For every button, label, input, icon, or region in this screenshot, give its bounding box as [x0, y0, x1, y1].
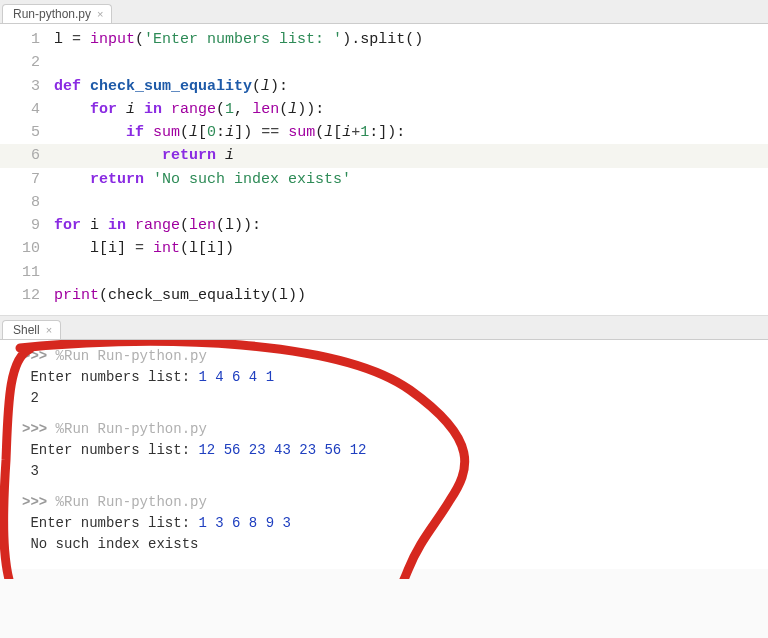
shell-run-cmd: %Run Run-python.py — [56, 348, 207, 364]
shell-prompt: >>> — [22, 494, 56, 510]
shell-output: 2 — [0, 388, 768, 409]
line-number: 9 — [0, 214, 54, 237]
editor-tab-bar: Run-python.py × — [0, 0, 768, 24]
line-number: 1 — [0, 28, 54, 51]
shell-input-value: 1 4 6 4 1 — [198, 369, 274, 385]
code-line: 12 print(check_sum_equality(l)) — [0, 284, 768, 307]
shell-tab-label: Shell — [13, 323, 40, 337]
shell-input-label: Enter numbers list: — [30, 369, 198, 385]
code-line: 5 if sum(l[0:i]) == sum(l[i+1:]): — [0, 121, 768, 144]
line-number: 3 — [0, 75, 54, 98]
code-line: 9 for i in range(len(l)): — [0, 214, 768, 237]
shell-tab[interactable]: Shell × — [2, 320, 61, 339]
code-editor[interactable]: 1 l = input('Enter numbers list: ').spli… — [0, 24, 768, 316]
close-icon[interactable]: × — [97, 9, 103, 20]
shell-pane-wrapper: >>> %Run Run-python.py Enter numbers lis… — [0, 340, 768, 579]
shell-input-value: 12 56 23 43 23 56 12 — [198, 442, 366, 458]
shell-pane[interactable]: >>> %Run Run-python.py Enter numbers lis… — [0, 340, 768, 569]
line-number: 10 — [0, 237, 54, 260]
shell-run-cmd: %Run Run-python.py — [56, 494, 207, 510]
code-line: 8 — [0, 191, 768, 214]
line-number: 4 — [0, 98, 54, 121]
shell-run-cmd: %Run Run-python.py — [56, 421, 207, 437]
shell-input-value: 1 3 6 8 9 3 — [198, 515, 290, 531]
shell-run-block: >>> %Run Run-python.py Enter numbers lis… — [0, 419, 768, 482]
code-line: 4 for i in range(1, len(l)): — [0, 98, 768, 121]
close-icon[interactable]: × — [46, 325, 52, 336]
code-line: 2 — [0, 51, 768, 74]
line-number: 11 — [0, 261, 54, 284]
code-line: 11 — [0, 261, 768, 284]
shell-run-block: >>> %Run Run-python.py Enter numbers lis… — [0, 346, 768, 409]
code-line: 10 l[i] = int(l[i]) — [0, 237, 768, 260]
shell-output: No such index exists — [0, 534, 768, 555]
shell-output: 3 — [0, 461, 768, 482]
shell-prompt: >>> — [22, 421, 56, 437]
editor-tab-label: Run-python.py — [13, 7, 91, 21]
code-line: 1 l = input('Enter numbers list: ').spli… — [0, 28, 768, 51]
shell-tab-bar: Shell × — [0, 316, 768, 340]
editor-tab[interactable]: Run-python.py × — [2, 4, 112, 23]
code-line: 3 def check_sum_equality(l): — [0, 75, 768, 98]
line-number: 8 — [0, 191, 54, 214]
line-number: 12 — [0, 284, 54, 307]
line-number: 2 — [0, 51, 54, 74]
shell-input-label: Enter numbers list: — [30, 515, 198, 531]
shell-input-label: Enter numbers list: — [30, 442, 198, 458]
line-number: 5 — [0, 121, 54, 144]
code-line: 7 return 'No such index exists' — [0, 168, 768, 191]
shell-run-block: >>> %Run Run-python.py Enter numbers lis… — [0, 492, 768, 555]
shell-prompt: >>> — [22, 348, 56, 364]
code-line-highlighted: 6 return i — [0, 144, 768, 167]
line-number: 7 — [0, 168, 54, 191]
line-number: 6 — [0, 144, 54, 167]
